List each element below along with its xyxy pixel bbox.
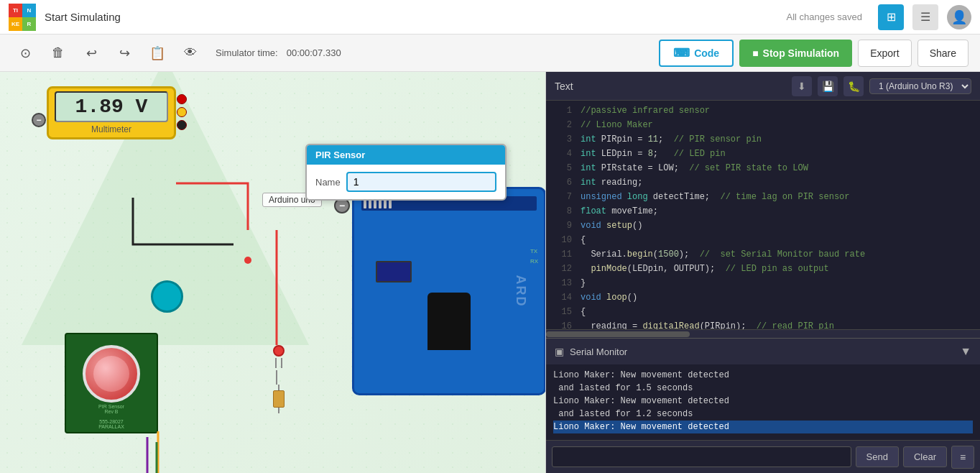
code-line: 4 int LEDpin = 8; // LED pin [546,147,980,161]
code-line: 11 Serial.begin(1500); // set Serial Mon… [546,247,980,262]
send-button[interactable]: Send [856,446,899,467]
download-code-btn[interactable]: ⬇ [792,76,812,96]
serial-monitor-title: Serial Monitor [570,346,954,357]
logo-bl: KE [9,17,22,31]
redo-btn[interactable]: ↪ [111,40,138,67]
res-wire-top [278,385,279,390]
serial-line: Liono Maker: New movement detected [553,395,973,408]
serial-output[interactable]: Liono Maker: New movement detected and l… [546,364,980,440]
multimeter-icons [177,94,187,130]
code-line: 1 //passive infrared sensor [546,104,980,118]
code-line: 16 reading = digitalRead(PIRpin); // rea… [546,319,980,329]
code-line: 10 { [546,233,980,247]
led-leg-1 [275,358,277,368]
clear-button[interactable]: Clear [903,446,947,467]
share-button[interactable]: Share [917,40,969,67]
usb-connector [427,293,471,350]
led-body [273,345,285,357]
pir-name-input[interactable] [346,172,496,192]
code-view-btn[interactable]: ☰ [912,4,938,30]
arduino-board-text: ARD [513,275,528,308]
led-leg-2 [281,358,282,368]
serial-line: Liono Maker: New movement detected [553,369,973,382]
code-line: 12 pinMode(LEDpin, OUTPUT); // LED pin a… [546,262,980,276]
pir-popup-header: PIR Sensor [307,145,505,165]
topbar: TI N KE R Start Simulating All changes s… [0,0,980,35]
code-line: 14 void loop() [546,290,980,305]
code-line: 6 int reading; [546,175,980,190]
multimeter[interactable]: − 1.89 V Multimeter [47,86,176,139]
export-button[interactable]: Export [858,40,911,67]
serial-monitor-header: ▣ Serial Monitor ▼ [546,339,980,364]
code-header: Text ⬇ 💾 🐛 1 (Arduino Uno R3) [546,72,980,101]
res-wire-bottom [278,408,279,413]
code-icon: ⌨ [673,46,690,60]
code-line: 8 float moveTime; [546,204,980,219]
main-area: − 1.89 V Multimeter PIR Sensor Name Ardu… [0,72,980,473]
undo-btn[interactable]: ↩ [78,40,105,67]
pir-name-label: Name [315,177,341,188]
stop-simulation-button[interactable]: ■ Stop Simulation [739,40,852,67]
code-hscroll-thumb [546,331,690,337]
code-button[interactable]: ⌨ Code [659,40,734,67]
multimeter-display: 1.89 V [55,91,168,122]
logo-tl: TI [9,4,22,17]
serial-line-highlighted: Liono Maker: New movement detected [553,421,973,433]
res-body [273,390,285,408]
pir-lens [83,345,140,403]
svg-point-0 [244,257,251,264]
notes-btn[interactable]: 📋 [144,40,171,67]
toolbar: ⊙ 🗑 ↩ ↪ 📋 👁 Simulator time: 00:00:07.330… [0,35,980,72]
sim-time-label: Simulator time: [216,47,278,58]
logo: TI N KE R [9,4,36,31]
avatar[interactable]: 👤 [947,5,971,29]
led-component[interactable] [272,345,286,367]
mm-icon-yellow [177,107,187,117]
code-line: 5 int PIRstate = LOW; // set PIR state t… [546,161,980,175]
circuit-canvas[interactable]: − 1.89 V Multimeter PIR Sensor Name Ardu… [0,72,546,473]
serial-line: and lasted for 1.5 seconds [553,382,973,395]
code-line: 9 void setup() [546,219,980,233]
pir-sensor-popup[interactable]: PIR Sensor Name [305,144,507,201]
code-panel-title: Text [555,81,786,92]
pir-popup-body: Name [307,165,505,199]
autoscroll-button[interactable]: ≡ [951,446,974,469]
app-title: Start Simulating [45,11,777,23]
serial-expand-icon[interactable]: ▼ [960,345,971,358]
code-line: 7 unsigned long detectTime; // time lag … [546,190,980,204]
stop-icon: ■ [752,47,758,59]
mm-icon-red [177,94,187,104]
ic-chip [376,261,412,283]
board-selector[interactable]: 1 (Arduino Uno R3) [869,78,971,94]
multimeter-minus: − [32,113,46,127]
zoom-fit-btn[interactable]: ⊙ [11,40,39,67]
arduino-board[interactable]: ARD TXRX [352,187,546,395]
resistor[interactable] [272,385,286,413]
code-line: 13 } [546,276,980,290]
right-panel: Text ⬇ 💾 🐛 1 (Arduino Uno R3) 1 //passiv… [546,72,980,473]
pir-text: PIR SensorRev B555-28027PARALLAX [66,404,157,429]
save-code-btn[interactable]: 💾 [818,76,838,96]
code-line: 2 // Liono Maker [546,118,980,132]
tx-rx-labels: TXRX [530,247,538,267]
serial-input[interactable] [552,446,851,467]
serial-input-row: Send Clear ≡ [546,440,980,473]
pir-component[interactable]: PIR SensorRev B555-28027PARALLAX [65,333,158,444]
view-btn[interactable]: 👁 [177,40,204,67]
sim-time-value: 00:00:07.330 [287,47,653,58]
circuit-view-btn[interactable]: ⊞ [878,4,904,30]
code-line: 3 int PIRpin = 11; // PIR sensor pin [546,132,980,147]
all-saved-status: All changes saved [786,12,862,22]
serial-monitor: ▣ Serial Monitor ▼ Liono Maker: New move… [546,338,980,473]
delete-btn[interactable]: 🗑 [45,40,72,67]
pir-board: PIR SensorRev B555-28027PARALLAX [65,333,158,433]
logo-br: R [22,17,36,31]
motion-object [151,280,183,313]
code-horizontal-scrollbar[interactable] [546,329,980,338]
debug-btn[interactable]: 🐛 [843,76,864,96]
code-line: 15 { [546,305,980,319]
serial-monitor-icon: ▣ [555,346,564,357]
logo-tr: N [22,4,36,17]
mm-icon-black [177,120,187,130]
code-editor[interactable]: 1 //passive infrared sensor 2 // Liono M… [546,101,980,329]
